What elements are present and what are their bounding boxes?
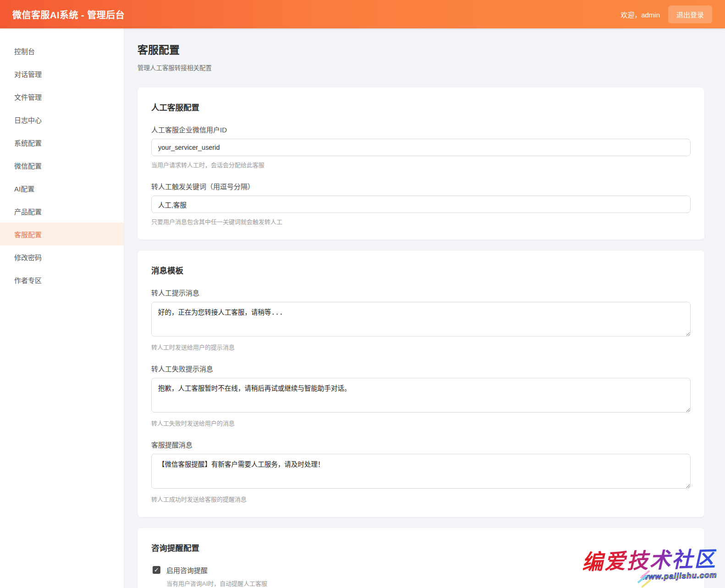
servicer-userid-input[interactable] <box>151 139 691 156</box>
transfer-prompt-label: 转人工提示消息 <box>151 288 691 297</box>
field-service-remind: 客服提醒消息 【微信客服提醒】有新客户需要人工服务，请及时处理！ 转人工成功时发… <box>151 440 691 503</box>
field-transfer-prompt: 转人工提示消息 好的，正在为您转接人工客服，请稍等... 转人工时发送给用户的提… <box>151 288 691 351</box>
sidebar-item-logs[interactable]: 日志中心 <box>0 108 124 131</box>
transfer-keywords-help: 只要用户消息包含其中任一关键词就会触发转人工 <box>151 217 691 226</box>
card-agent-title: 人工客服配置 <box>151 101 691 113</box>
transfer-keywords-label: 转人工触发关键词（用逗号分隔） <box>151 181 691 191</box>
enable-notify-label: 启用咨询提醒 <box>166 565 208 575</box>
enable-notify-row[interactable]: ✓ 启用咨询提醒 <box>151 565 691 575</box>
service-remind-help: 转人工成功时发送给客服的提醒消息 <box>151 495 691 503</box>
card-inquiry-notify: 咨询提醒配置 ✓ 启用咨询提醒 当有用户咨询AI时，自动提醒人工客服 <box>137 528 704 588</box>
header-right: 欢迎，admin 退出登录 <box>621 5 712 23</box>
main-content: 客服配置 管理人工客服转接相关配置 人工客服配置 人工客服企业微信用户ID 当用… <box>124 28 725 588</box>
enable-notify-checkbox[interactable]: ✓ <box>153 566 160 574</box>
service-remind-textarea[interactable]: 【微信客服提醒】有新客户需要人工服务，请及时处理！ <box>151 454 691 489</box>
sidebar-item-system-config[interactable]: 系统配置 <box>0 131 124 154</box>
service-remind-label: 客服提醒消息 <box>151 440 691 449</box>
sidebar-item-author-zone[interactable]: 作者专区 <box>0 268 124 291</box>
field-servicer-userid: 人工客服企业微信用户ID 当用户请求转人工时，会话会分配给此客服 <box>151 125 691 169</box>
sidebar-item-change-password[interactable]: 修改密码 <box>0 245 124 268</box>
logout-button[interactable]: 退出登录 <box>668 5 712 23</box>
sidebar-item-files[interactable]: 文件管理 <box>0 85 124 108</box>
sidebar-item-conversations[interactable]: 对话管理 <box>0 62 124 85</box>
sidebar-item-product-config[interactable]: 产品配置 <box>0 200 124 223</box>
servicer-userid-label: 人工客服企业微信用户ID <box>151 125 691 134</box>
transfer-keywords-input[interactable] <box>151 196 691 213</box>
app-title: 微信客服AI系统 - 管理后台 <box>12 8 125 21</box>
app-header: 微信客服AI系统 - 管理后台 欢迎，admin 退出登录 <box>0 0 725 28</box>
welcome-text: 欢迎，admin <box>621 10 660 19</box>
page-title: 客服配置 <box>137 41 704 57</box>
card-message-templates: 消息模板 转人工提示消息 好的，正在为您转接人工客服，请稍等... 转人工时发送… <box>137 250 704 517</box>
card-agent-config: 人工客服配置 人工客服企业微信用户ID 当用户请求转人工时，会话会分配给此客服 … <box>137 87 704 240</box>
transfer-fail-textarea[interactable]: 抱歉，人工客服暂时不在线，请稍后再试或继续与智能助手对话。 <box>151 378 691 413</box>
page-subtitle: 管理人工客服转接相关配置 <box>137 63 704 72</box>
card-notify-title: 咨询提醒配置 <box>151 542 691 553</box>
enable-notify-help: 当有用户咨询AI时，自动提醒人工客服 <box>166 579 691 588</box>
transfer-fail-help: 转人工失败时发送给用户的消息 <box>151 419 691 427</box>
sidebar-item-ai-config[interactable]: AI配置 <box>0 177 124 200</box>
sidebar-item-dashboard[interactable]: 控制台 <box>0 39 124 62</box>
servicer-userid-help: 当用户请求转人工时，会话会分配给此客服 <box>151 160 691 169</box>
sidebar-item-wechat-config[interactable]: 微信配置 <box>0 154 124 177</box>
sidebar: 控制台 对话管理 文件管理 日志中心 系统配置 微信配置 AI配置 产品配置 客… <box>0 28 124 588</box>
transfer-prompt-help: 转人工时发送给用户的提示消息 <box>151 343 691 351</box>
transfer-fail-label: 转人工失败提示消息 <box>151 364 691 373</box>
transfer-prompt-textarea[interactable]: 好的，正在为您转接人工客服，请稍等... <box>151 302 691 337</box>
card-templates-title: 消息模板 <box>151 264 691 276</box>
sidebar-item-service-config[interactable]: 客服配置 <box>0 223 124 245</box>
field-transfer-fail: 转人工失败提示消息 抱歉，人工客服暂时不在线，请稍后再试或继续与智能助手对话。 … <box>151 364 691 427</box>
field-transfer-keywords: 转人工触发关键词（用逗号分隔） 只要用户消息包含其中任一关键词就会触发转人工 <box>151 181 691 226</box>
